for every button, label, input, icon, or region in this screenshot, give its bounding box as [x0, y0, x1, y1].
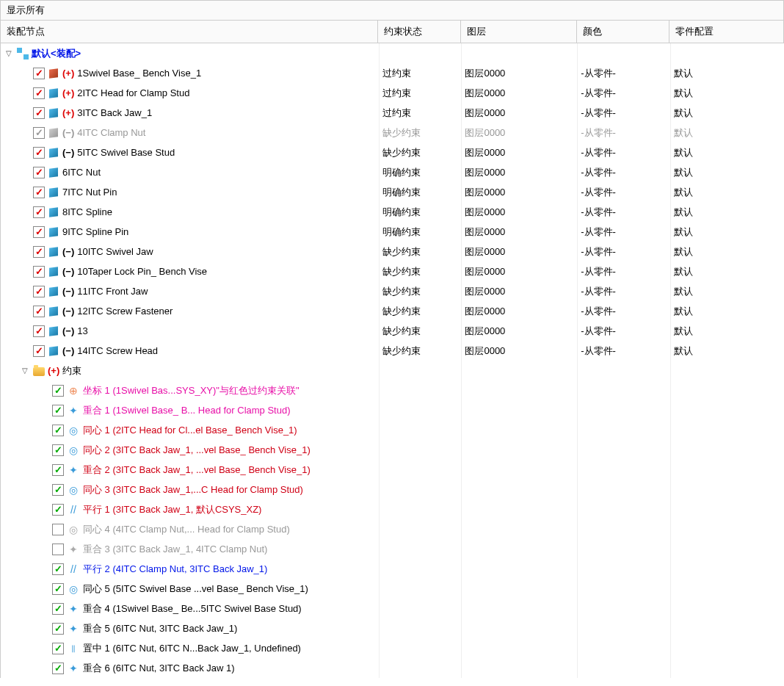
checkbox[interactable]: ✓: [52, 464, 64, 476]
part-icon: [48, 167, 59, 178]
checkbox[interactable]: ✓: [33, 286, 45, 297]
folder-label[interactable]: 约束: [62, 364, 81, 378]
checkbox[interactable]: ✓: [33, 167, 45, 178]
checkbox[interactable]: ✓: [33, 206, 45, 218]
layer-cell: 图层0000: [461, 301, 577, 321]
checkbox[interactable]: ✓: [33, 107, 45, 119]
constraint-label: 平行 2 (4ITC Clamp Nut, 3ITC Back Jaw_1): [83, 563, 267, 576]
config-cell: 默认: [670, 242, 784, 261]
constraint-sign: (+): [62, 87, 74, 98]
root-label[interactable]: 默认<装配>: [32, 47, 81, 60]
checkbox[interactable]: ✓: [52, 385, 64, 397]
checkbox[interactable]: ✓: [33, 127, 45, 139]
constraint-row[interactable]: ✓✦重合 2 (3ITC Back Jaw_1, ...vel Base_ Be…: [1, 460, 784, 480]
header-layer[interactable]: 图层: [461, 21, 577, 43]
part-row[interactable]: ✓(−)5ITC Swivel Base Stud缺少约束图层0000-从零件-…: [1, 142, 784, 162]
constraint-row[interactable]: ✓✦重合 6 (6ITC Nut, 3ITC Back Jaw 1): [1, 658, 784, 678]
filter-bar[interactable]: 显示所有: [0, 0, 784, 21]
checkbox[interactable]: ✓: [52, 405, 64, 416]
assembly-icon: [17, 48, 29, 59]
part-row[interactable]: ✓(−)11ITC Front Jaw缺少约束图层0000-从零件-默认: [1, 281, 784, 301]
layer-cell: 图层0000: [461, 123, 577, 142]
part-name: 3ITC Back Jaw_1: [77, 107, 152, 118]
constraint-row[interactable]: ✓◎同心 5 (5ITC Swivel Base ...vel Base_ Be…: [1, 579, 784, 599]
checkbox[interactable]: ✓: [33, 187, 45, 198]
checkbox[interactable]: [52, 544, 64, 555]
checkbox[interactable]: ✓: [33, 345, 45, 357]
checkbox[interactable]: ✓: [33, 68, 45, 79]
part-icon: [48, 306, 59, 317]
checkbox[interactable]: ✓: [52, 444, 64, 456]
part-row[interactable]: ✓8ITC Spline明确约束图层0000-从零件-默认: [1, 202, 784, 222]
status-cell: 缺少约束: [379, 341, 462, 361]
constraint-row[interactable]: ✓◎同心 3 (3ITC Back Jaw_1,...C Head for Cl…: [1, 480, 784, 499]
checkbox[interactable]: ✓: [52, 583, 64, 595]
part-icon: [48, 147, 59, 159]
checkbox[interactable]: ✓: [52, 504, 64, 516]
part-name: 9ITC Spline Pin: [62, 226, 128, 237]
part-row[interactable]: ✓(+)3ITC Back Jaw_1过约束图层0000-从零件-默认: [1, 103, 784, 123]
constraint-row[interactable]: ✓✦重合 4 (1Swivel Base_ Be...5ITC Swivel B…: [1, 599, 784, 618]
constraint-sign: (−): [62, 266, 74, 277]
header-constraint-status[interactable]: 约束状态: [378, 21, 461, 43]
expander-icon[interactable]: ▽: [20, 367, 30, 375]
expander-icon[interactable]: ▽: [4, 49, 14, 57]
checkbox[interactable]: ✓: [52, 623, 64, 635]
checkbox[interactable]: ✓: [52, 603, 64, 615]
checkbox[interactable]: ✓: [52, 662, 64, 674]
checkbox[interactable]: ✓: [52, 425, 64, 436]
constraint-row[interactable]: ✓⊕坐标 1 (1Swivel Bas...SYS_XY)"与红色过约束关联": [1, 380, 784, 400]
checkbox[interactable]: ✓: [33, 306, 45, 317]
checkbox[interactable]: ✓: [33, 325, 45, 337]
coord-icon: ⊕: [67, 385, 80, 397]
checkbox[interactable]: [52, 524, 64, 535]
part-name: 1Swivel Base_ Bench Vise_1: [77, 68, 201, 79]
config-cell: 默认: [670, 103, 784, 123]
checkbox[interactable]: ✓: [52, 484, 64, 496]
part-row[interactable]: ✓(−)12ITC Screw Fastener缺少约束图层0000-从零件-默…: [1, 301, 784, 321]
color-cell: -从零件-: [577, 321, 670, 341]
constraint-row[interactable]: ✓//平行 1 (3ITC Back Jaw_1, 默认CSYS_XZ): [1, 499, 784, 519]
checkbox[interactable]: ✓: [33, 147, 45, 159]
part-row[interactable]: ✓(−)10ITC Swivel Jaw缺少约束图层0000-从零件-默认: [1, 242, 784, 261]
part-name: 11ITC Front Jaw: [77, 286, 148, 297]
layer-cell: 图层0000: [461, 321, 577, 341]
layer-cell: 图层0000: [461, 261, 577, 281]
part-row[interactable]: ✓(+)2ITC Head for Clamp Stud过约束图层0000-从零…: [1, 83, 784, 103]
concentric-icon: ◎: [67, 524, 80, 535]
coincident-icon: ✦: [67, 405, 80, 416]
constraint-row[interactable]: ✓✦重合 1 (1Swivel Base_ B... Head for Clam…: [1, 400, 784, 420]
checkbox[interactable]: ✓: [52, 563, 64, 575]
part-row[interactable]: ✓(+)1Swivel Base_ Bench Vise_1过约束图层0000-…: [1, 63, 784, 83]
checkbox[interactable]: ✓: [33, 266, 45, 278]
constraint-row[interactable]: ✓◎同心 2 (3ITC Back Jaw_1, ...vel Base_ Be…: [1, 440, 784, 460]
checkbox[interactable]: ✓: [52, 643, 64, 654]
constraint-row[interactable]: ✓◎同心 1 (2ITC Head for Cl...el Base_ Benc…: [1, 420, 784, 440]
part-row[interactable]: ✓(−)14ITC Screw Head缺少约束图层0000-从零件-默认: [1, 341, 784, 361]
part-row[interactable]: ✓9ITC Spline Pin明确约束图层0000-从零件-默认: [1, 222, 784, 242]
part-row[interactable]: ✓7ITC Nut Pin明确约束图层0000-从零件-默认: [1, 182, 784, 202]
part-row[interactable]: ✓(−)10Taper Lock Pin_ Bench Vise缺少约束图层00…: [1, 261, 784, 281]
part-row[interactable]: ✓(−)13缺少约束图层0000-从零件-默认: [1, 321, 784, 341]
part-name: 6ITC Nut: [62, 167, 101, 178]
constraint-label: 同心 4 (4ITC Clamp Nut,... Head for Clamp …: [83, 523, 290, 536]
header-color[interactable]: 颜色: [577, 21, 670, 43]
checkbox[interactable]: ✓: [33, 246, 45, 258]
part-name: 7ITC Nut Pin: [62, 187, 117, 198]
part-row[interactable]: ✓(−)4ITC Clamp Nut缺少约束图层0000-从零件-默认: [1, 123, 784, 142]
constraint-row[interactable]: ✦重合 3 (3ITC Back Jaw_1, 4ITC Clamp Nut): [1, 539, 784, 559]
header-config[interactable]: 零件配置: [669, 21, 783, 43]
center-icon: ⦀: [67, 643, 80, 654]
status-cell: 缺少约束: [379, 142, 462, 162]
header-node[interactable]: 装配节点: [1, 21, 378, 43]
layer-cell: 图层0000: [461, 182, 577, 202]
constraint-row[interactable]: ✓//平行 2 (4ITC Clamp Nut, 3ITC Back Jaw_1…: [1, 559, 784, 579]
constraint-row[interactable]: ◎同心 4 (4ITC Clamp Nut,... Head for Clamp…: [1, 519, 784, 539]
checkbox[interactable]: ✓: [33, 226, 45, 238]
part-row[interactable]: ✓6ITC Nut明确约束图层0000-从零件-默认: [1, 162, 784, 182]
status-cell: 过约束: [379, 103, 462, 123]
checkbox[interactable]: ✓: [33, 87, 45, 99]
constraint-row[interactable]: ✓✦重合 5 (6ITC Nut, 3ITC Back Jaw_1): [1, 618, 784, 638]
constraint-row[interactable]: ✓⦀置中 1 (6ITC Nut, 6ITC N...Back Jaw_1, U…: [1, 638, 784, 658]
config-cell: 默认: [670, 321, 784, 341]
